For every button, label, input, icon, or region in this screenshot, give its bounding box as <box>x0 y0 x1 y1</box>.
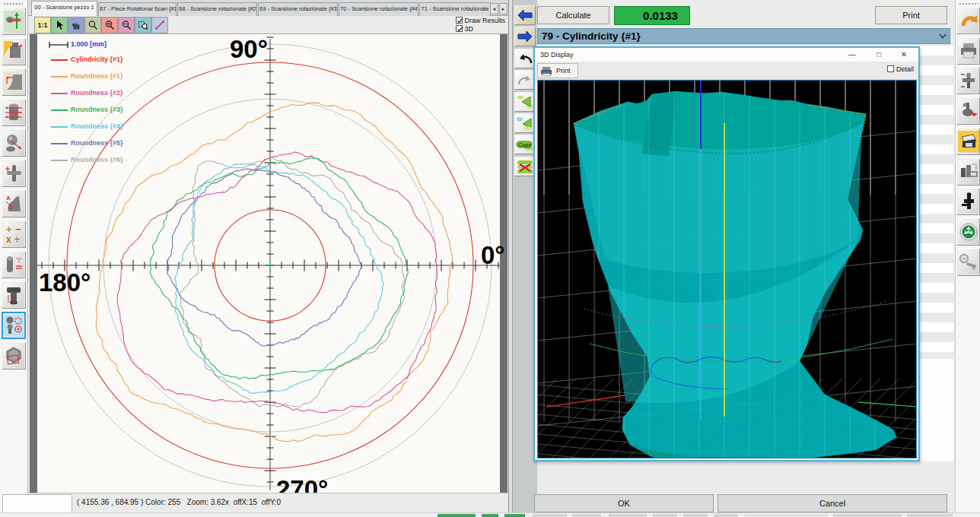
3d-window-title: 3D Display <box>540 51 574 59</box>
svg-text:−: − <box>15 224 21 235</box>
3d-window-toolbar: Print Detail <box>535 62 918 80</box>
taskbar-item-3[interactable] <box>533 514 567 517</box>
insert-before-icon[interactable] <box>514 92 536 112</box>
ok-button[interactable]: OK <box>534 494 714 512</box>
tab-2[interactable]: 68 - Scansione rotazionale {#2} <box>177 2 257 16</box>
taskbar-item-6[interactable] <box>653 514 677 517</box>
legend-series-2: Roundness {#2} <box>71 89 123 97</box>
checkbox-draw-results[interactable]: Draw Results <box>456 17 505 24</box>
tab-3[interactable]: 69 - Scansione rotazionale {#3} <box>258 2 338 16</box>
undo-icon[interactable] <box>514 49 536 68</box>
svg-text:Copy: Copy <box>519 142 532 148</box>
print-report-icon[interactable] <box>956 37 980 65</box>
hex-nut-icon[interactable] <box>2 342 26 370</box>
undo-orange-icon[interactable] <box>956 7 980 34</box>
plot-left-scrollbar[interactable] <box>30 34 37 493</box>
legend-series-6: Roundness {#6} <box>71 156 123 163</box>
maximize-icon[interactable]: □ <box>873 49 884 60</box>
rotary-scan-icon[interactable] <box>2 8 26 35</box>
minimize-icon[interactable]: — <box>847 49 858 60</box>
result-value: 0.0133 <box>614 6 690 25</box>
part-probe-icon[interactable] <box>956 97 980 125</box>
part-silhouette-icon[interactable] <box>956 188 980 215</box>
status-cell <box>2 494 72 513</box>
printer-icon <box>540 66 552 77</box>
taskbar-item-1[interactable] <box>482 514 498 517</box>
license-key-icon[interactable] <box>956 249 980 276</box>
tab-1[interactable]: 67 - Piece Rotational Scan {#1} <box>98 2 177 16</box>
polar-plot-svg <box>37 34 500 493</box>
nav-back-icon[interactable] <box>514 5 536 25</box>
taskbar-item-5[interactable] <box>609 514 647 517</box>
redo-icon[interactable] <box>514 70 536 90</box>
angle-radius-icon[interactable]: AR <box>2 190 26 217</box>
piece-cone-icon[interactable] <box>2 38 26 65</box>
tab-4[interactable]: 70 - Scansione rotazionale {#4} <box>339 2 418 16</box>
3d-print-button[interactable]: Print <box>537 63 578 78</box>
measure-line-button[interactable] <box>151 17 168 33</box>
status-text: ( 4155.36 , 684.95 ) Color: 255 Zoom: 3.… <box>77 498 281 506</box>
tab-scroll-left-icon[interactable]: ◄ <box>490 3 498 14</box>
checkbox-3d[interactable]: 3D <box>456 25 473 33</box>
legend-series-0: Cylindricity {#1} <box>71 56 123 63</box>
svg-text:x: x <box>6 234 11 245</box>
svg-text:+: + <box>6 224 12 235</box>
legend-series-4: Roundness {#4} <box>71 122 123 130</box>
save-file-icon[interactable] <box>956 128 980 155</box>
calculate-button[interactable]: Calculate <box>537 6 609 24</box>
taskbar-item-0[interactable] <box>438 514 476 517</box>
taskbar-item-9[interactable] <box>744 514 828 517</box>
measurement-selector[interactable]: 79 - Cylindricity {#1} <box>537 28 950 44</box>
3d-display-window: 3D Display — □ ✕ Print Detail <box>533 46 920 461</box>
perpendicular-part-icon[interactable] <box>2 251 26 278</box>
cancel-button[interactable]: Cancel <box>718 494 947 512</box>
delete-icon[interactable] <box>514 157 536 176</box>
zoom-lens-button[interactable] <box>84 17 101 33</box>
piece-section-icon[interactable] <box>2 68 26 96</box>
toolbar-grip[interactable] <box>3 2 23 5</box>
roundness-scan-icon[interactable] <box>2 312 26 339</box>
angle-label-180: 180° <box>39 268 91 297</box>
taskbar-item-11[interactable] <box>907 514 953 517</box>
svg-text:A: A <box>6 195 11 201</box>
results-list-empty <box>920 359 953 461</box>
taskbar-item-8[interactable] <box>714 514 738 517</box>
right-toolbar-grip[interactable] <box>959 2 978 5</box>
nav-forward-icon[interactable] <box>514 27 536 46</box>
results-list[interactable] <box>920 46 953 359</box>
angle-label-0: 0° <box>481 241 505 270</box>
polar-plot: 90° 0° 180° 270° 1.000 [mm] Cylindricity… <box>37 34 500 493</box>
svg-text:÷: ÷ <box>14 234 20 245</box>
close-icon[interactable]: ✕ <box>899 49 909 60</box>
part-dimensions-icon[interactable] <box>956 67 980 94</box>
recalculate-icon[interactable] <box>956 218 980 246</box>
3d-viewport[interactable] <box>537 80 917 458</box>
sphere-measure-icon[interactable] <box>2 129 26 157</box>
detail-checkbox[interactable]: Detail <box>887 65 914 73</box>
left-toolbar: AR+−x÷ <box>0 0 27 512</box>
cylinder-dims-icon[interactable] <box>2 99 26 126</box>
zoom-in-button[interactable] <box>101 17 118 33</box>
cursor-select-button[interactable] <box>51 17 68 33</box>
copy-icon[interactable]: Copy <box>514 135 536 154</box>
pan-hand-button[interactable] <box>68 17 84 33</box>
tab-5[interactable]: 71 - Scansione rotazionale <box>419 2 491 16</box>
fit-one-to-one-button[interactable]: 1:1 <box>34 17 51 33</box>
zoom-out-button[interactable] <box>118 17 135 33</box>
report-print-icon[interactable] <box>956 158 980 186</box>
taskbar-item-4[interactable] <box>572 514 601 517</box>
tab-0[interactable]: 00 - Scansione pezzo 1 <box>31 1 97 16</box>
scale-bar-icon <box>48 40 71 49</box>
cross-part-icon[interactable] <box>2 160 26 187</box>
plot-window: 00 - Scansione pezzo 167 - Piece Rotatio… <box>27 0 508 512</box>
math-operations-icon[interactable]: +−x÷ <box>2 220 26 248</box>
3d-window-titlebar[interactable]: 3D Display — □ ✕ <box>535 48 918 62</box>
insert-after-icon[interactable] <box>514 113 536 133</box>
zoom-rect-button[interactable] <box>135 17 151 33</box>
taskbar-item-7[interactable] <box>683 514 708 517</box>
taskbar-item-2[interactable] <box>504 514 525 517</box>
taskbar-item-10[interactable] <box>833 514 902 517</box>
tab-scroll-right-icon[interactable]: ► <box>499 3 508 14</box>
print-button[interactable]: Print <box>875 6 947 24</box>
flange-part-icon[interactable] <box>2 281 26 309</box>
